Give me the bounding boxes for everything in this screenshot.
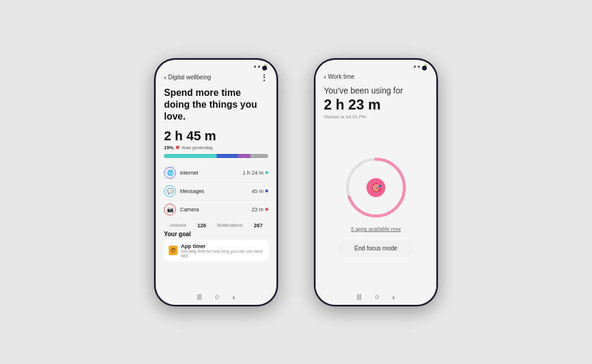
- page-title-1: Digital wellbeing: [168, 74, 211, 80]
- focus-time-2: 2 h 23 m: [324, 96, 428, 113]
- percent-value: 15%: [164, 145, 173, 150]
- camera-label: Camera: [180, 207, 252, 212]
- pb-blue: [217, 154, 238, 158]
- menu-button-1[interactable]: ⋮: [260, 73, 268, 82]
- top-bar-2: ‹ Work time: [324, 73, 428, 81]
- focus-mode-icon: 🎯: [366, 178, 385, 197]
- goal-section-label: Your goal: [164, 231, 268, 237]
- nav-menu-1[interactable]: |||: [197, 294, 202, 300]
- camera-dot-2: [422, 66, 427, 70]
- started-label-2: Started at 16:05 PM: [324, 114, 428, 120]
- pb-gray: [250, 154, 268, 158]
- hero-label-2: You've been using for: [324, 86, 428, 95]
- nav-back-2[interactable]: ‹: [392, 292, 395, 302]
- total-time-1: 2 h 45 m: [164, 128, 268, 144]
- app-timer-text: App timer Set daily limit for how long y…: [181, 243, 263, 257]
- top-bar-1: ‹ Digital wellbeing ⋮: [164, 73, 268, 82]
- page-title-2: Work time: [328, 73, 355, 80]
- percent-row-1: 15% than yesterday: [164, 145, 268, 150]
- app-timer-title: App timer: [181, 243, 263, 249]
- percent-label: than yesterday: [182, 145, 213, 150]
- phone-2: ▲▲ 🔋 ‹ Work time You've been using for 2…: [314, 58, 438, 307]
- app-row-camera[interactable]: 📷 Camera 23 m: [164, 201, 268, 219]
- up-arrow-icon: [176, 146, 179, 149]
- phone-1: ▲▲ 🔋 ‹ Digital wellbeing ⋮ Spend more ti…: [154, 58, 278, 307]
- camera-dot-ind: [265, 208, 268, 211]
- app-row-internet[interactable]: 🌐 Internet 1 h 24 m: [164, 164, 268, 182]
- back-icon-1: ‹: [164, 73, 166, 82]
- camera-time: 23 m: [252, 207, 268, 212]
- status-bar-2: ▲▲ 🔋: [316, 60, 436, 73]
- end-focus-button[interactable]: End focus mode: [338, 240, 414, 256]
- internet-time: 1 h 24 m: [243, 170, 268, 176]
- messages-icon: 💬: [164, 185, 176, 197]
- internet-dot: [265, 171, 268, 174]
- circle-area: 🎯 5 apps available now End focus mode: [324, 124, 428, 287]
- circle-timer: 🎯: [343, 155, 408, 220]
- camera-icon: 📷: [164, 204, 176, 215]
- nav-bar-1: ||| ○ ‹: [156, 292, 276, 305]
- nav-home-1[interactable]: ○: [215, 292, 220, 301]
- goal-section: Your goal ⏱ App timer Set daily limit fo…: [164, 231, 268, 261]
- back-icon-2: ‹: [324, 73, 326, 81]
- back-button-2[interactable]: ‹ Work time: [324, 73, 355, 81]
- nav-back-1[interactable]: ‹: [232, 292, 235, 302]
- app-row-messages[interactable]: 💬 Messages 45 m: [164, 182, 268, 201]
- messages-time: 45 m: [252, 188, 268, 194]
- screen-2: ‹ Work time You've been using for 2 h 23…: [316, 73, 436, 292]
- unlocks-label: Unlocks: [169, 223, 186, 228]
- notifications-label: Notifications: [217, 223, 243, 228]
- pb-purple: [238, 154, 250, 158]
- back-button-1[interactable]: ‹ Digital wellbeing: [164, 73, 211, 82]
- stats-row-1: Unlocks 126 Notifications 267: [164, 219, 268, 231]
- app-timer-subtitle: Set daily limit for how long you can use…: [181, 249, 263, 257]
- nav-bar-2: ||| ○ ‹: [316, 292, 436, 305]
- unlocks-value: 126: [197, 223, 206, 228]
- screen-1: ‹ Digital wellbeing ⋮ Spend more time do…: [156, 73, 276, 292]
- progress-bar-1: [164, 154, 268, 158]
- internet-icon: 🌐: [164, 167, 176, 179]
- messages-dot: [265, 189, 268, 192]
- notifications-value: 267: [254, 223, 263, 228]
- hero-text-1: Spend more time doing the things you lov…: [164, 87, 268, 123]
- app-timer-item[interactable]: ⏱ App timer Set daily limit for how long…: [164, 240, 268, 261]
- pb-teal: [164, 154, 217, 158]
- camera-dot-1: [262, 66, 267, 70]
- internet-label: Internet: [180, 170, 243, 176]
- apps-available-link[interactable]: 5 apps available now: [351, 226, 401, 232]
- status-bar-1: ▲▲ 🔋: [156, 60, 276, 73]
- nav-home-2[interactable]: ○: [375, 292, 379, 301]
- nav-menu-2[interactable]: |||: [357, 294, 362, 300]
- app-timer-icon: ⏱: [169, 246, 178, 255]
- messages-label: Messages: [180, 188, 252, 194]
